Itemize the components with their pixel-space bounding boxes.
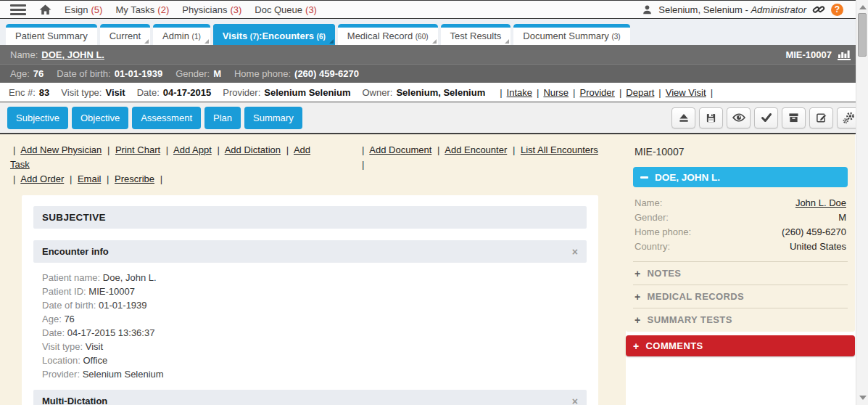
encounter-info-fields: Patient name: Doe, John L. Patient ID: M… [33,263,587,390]
scroll-up-arrow-icon[interactable] [859,5,867,9]
edit-pencil-icon [816,112,827,123]
sidebar-section-notes[interactable]: + NOTES [633,261,848,285]
home-icon[interactable] [39,4,51,15]
user-icon [642,4,653,15]
add-document-link[interactable]: Add Document [369,144,431,155]
patient-name-banner: Name: DOE, JOHN L. MIE-10007 [0,45,868,65]
age-value: 76 [33,68,44,79]
note-toolbar: Subjective Objective Assessment Plan Sum… [0,102,868,134]
edit-button[interactable] [809,107,833,128]
link-chain-icon[interactable] [812,3,825,16]
physicians-count: (3) [230,4,241,15]
multi-dictation-widget-header: Multi-Dictation × [33,390,587,405]
encounter-info-widget-header: Encounter info × [33,240,587,263]
bar-chart-icon[interactable] [838,49,851,60]
archive-button[interactable] [782,107,806,128]
add-new-physician-link[interactable]: Add New Physician [20,144,102,155]
checkmark-icon [761,112,772,123]
archive-box-icon [788,112,799,123]
prescribe-link[interactable]: Prescribe [115,173,154,184]
encounter-info-bar: Enc #:83 Visit type:Visit Date:04-17-201… [0,83,868,102]
chart-tab-bar: Patient Summary Current Admin (1) Visits… [0,19,868,45]
subjective-section-header: SUBJECTIVE [33,206,587,229]
quick-links-group-2: | Add Document | Add Encounter | List Al… [359,143,598,172]
depart-link[interactable]: Depart [626,87,654,98]
help-icon[interactable]: ? [831,4,843,16]
add-encounter-link[interactable]: Add Encounter [445,144,507,155]
tab-medical-record[interactable]: Medical Record (60) [338,24,438,45]
tab-visits-encounters[interactable]: Visits (7):Encounters (6) [213,24,335,45]
sidebar-demographics: Name:John L. Doe Gender:M Home phone:(26… [633,187,848,261]
doc-queue-count: (3) [305,4,317,15]
print-chart-link[interactable]: Print Chart [115,144,160,155]
phone-value: (260) 459-6270 [294,68,359,79]
plan-button[interactable]: Plan [204,107,241,129]
sidebar-section-summary-tests[interactable]: + SUMMARY TESTS [633,308,848,331]
save-icon [706,112,716,123]
email-link[interactable]: Email [78,173,102,184]
add-order-link[interactable]: Add Order [20,173,64,184]
patient-name-link[interactable]: DOE, JOHN L. [41,49,104,60]
eject-icon [678,112,690,123]
sidebar-panel: MIE-10007 DOE, JOHN L. Name:John L. Doe … [626,134,855,332]
quick-links-row-2: | Add Order | Email | Prescribe | [10,172,598,187]
sidebar-chart-id: MIE-10007 [633,134,848,167]
provider-link[interactable]: Provider [580,87,615,98]
objective-button[interactable]: Objective [72,107,128,129]
patient-sidebar: MIE-10007 DOE, JOHN L. Name:John L. Doe … [626,134,868,405]
note-card: SUBJECTIVE Encounter info × Patient name… [22,195,598,405]
gender-value: M [213,68,221,79]
close-icon[interactable]: × [572,248,578,256]
content-region: | Add New Physician | Print Chart | Add … [0,134,868,405]
view-visit-link[interactable]: View Visit [666,87,706,98]
eye-icon [732,113,745,122]
summary-button[interactable]: Summary [244,107,302,129]
add-appt-link[interactable]: Add Appt [173,144,212,155]
nav-physicians[interactable]: Physicians (3) [182,4,241,15]
approve-button[interactable] [754,107,778,128]
subjective-button[interactable]: Subjective [7,107,68,129]
gears-icon [843,112,855,124]
my-tasks-count: (2) [157,4,169,15]
add-dictation-link[interactable]: Add Dictation [225,144,281,155]
eject-button[interactable] [671,107,695,128]
expand-icon: + [635,269,641,278]
close-icon[interactable]: × [572,397,578,405]
user-role: Administrator [751,4,806,15]
save-button[interactable] [699,107,723,128]
scroll-down-arrow-icon[interactable] [859,396,867,400]
tab-admin[interactable]: Admin (1) [153,24,210,45]
expand-icon: + [635,316,641,324]
intake-link[interactable]: Intake [507,87,532,98]
list-all-encounters-link[interactable]: List All Encounters [521,144,598,155]
preview-button[interactable] [727,107,751,128]
sidebar-section-comments[interactable]: + COMMENTS [626,335,855,356]
expand-icon: + [635,292,641,301]
vertical-scrollbar[interactable] [856,0,868,405]
chart-id: MIE-10007 [785,49,832,60]
tab-test-results[interactable]: Test Results [441,24,511,45]
nav-my-tasks[interactable]: My Tasks (2) [115,4,169,15]
nav-esign[interactable]: Esign (5) [65,4,102,15]
nav-doc-queue[interactable]: Doc Queue (3) [255,4,317,15]
sidebar-section-medical-records[interactable]: + MEDICAL RECORDS [633,285,848,308]
sidebar-patient-header[interactable]: DOE, JOHN L. [633,167,848,187]
current-user[interactable]: Selenium, Selenium - Administrator [658,4,806,15]
encounter-stage-links: | Intake | Nurse | Provider | Depart | V… [500,87,713,98]
quick-links-group-1: | Add New Physician | Print Chart | Add … [10,143,318,172]
demographics-banner: Age:76 Date of birth:01-01-1939 Gender:M… [0,65,868,83]
assessment-button[interactable]: Assessment [132,107,201,129]
enc-number: 83 [39,87,49,98]
menu-icon[interactable] [10,4,26,15]
nurse-link[interactable]: Nurse [543,87,569,98]
sidebar-patient-name-link[interactable]: John L. Doe [795,196,846,210]
tab-document-summary[interactable]: Document Summary (3) [513,24,629,45]
tab-current[interactable]: Current [100,24,150,45]
collapse-icon [640,176,648,179]
esign-count: (5) [91,4,103,15]
scrollbar-thumb[interactable] [858,13,867,57]
main-column: | Add New Physician | Print Chart | Add … [0,134,626,405]
quick-links: | Add New Physician | Print Chart | Add … [10,143,598,187]
tab-patient-summary[interactable]: Patient Summary [6,24,97,45]
dob-value: 01-01-1939 [115,68,163,79]
